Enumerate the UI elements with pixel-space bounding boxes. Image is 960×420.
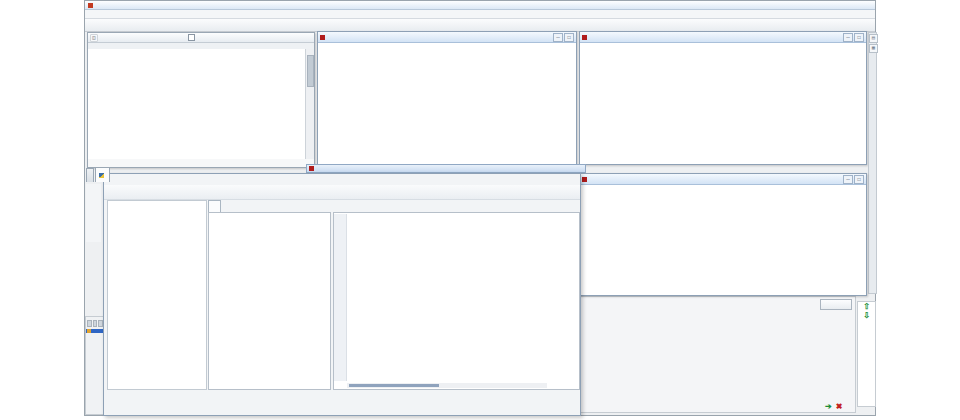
line-numbers xyxy=(334,214,347,381)
tab-pages[interactable] xyxy=(86,168,94,182)
maximize-icon[interactable]: □ xyxy=(564,33,574,42)
minimize-icon[interactable]: ─ xyxy=(843,175,853,184)
task-list xyxy=(208,212,331,390)
bottom-tab-bar xyxy=(85,167,203,182)
gm-chart-window: ─□ xyxy=(579,173,867,296)
app-icon xyxy=(88,3,93,8)
project-tree xyxy=(107,200,207,390)
doc-tab-taskgroup[interactable] xyxy=(208,200,221,212)
maximize-icon[interactable]: □ xyxy=(854,33,864,42)
menu-bar xyxy=(85,10,875,19)
idlin-window-titlebar[interactable]: ─□ xyxy=(318,32,576,43)
minimize-icon[interactable]: ─ xyxy=(843,33,853,42)
screenshot-stage: ◫ ─□ ─□ xyxy=(0,0,960,420)
idlin-chart xyxy=(318,43,576,165)
param-down-icon[interactable]: ⇩ xyxy=(863,312,871,320)
device-navigator-item[interactable] xyxy=(86,329,104,333)
expand-panel-icon[interactable]: ▦ xyxy=(869,44,878,53)
nav-tool-icon[interactable] xyxy=(87,320,92,327)
devices-table xyxy=(88,49,307,159)
code-hscrollbar[interactable] xyxy=(347,383,547,388)
pages-list xyxy=(86,184,101,242)
device-navigator-panel xyxy=(85,316,105,415)
devices-panel: ◫ xyxy=(87,32,315,168)
devices-panel-header: ◫ xyxy=(88,33,314,43)
document-tabs xyxy=(208,200,578,212)
devices-icon: ◫ xyxy=(90,34,98,42)
ids-vbs-window-titlebar[interactable] xyxy=(306,164,586,173)
tab-python-script-editor[interactable] xyxy=(95,167,110,182)
stop-button[interactable] xyxy=(820,299,852,310)
nav-tool-icon[interactable] xyxy=(93,320,98,327)
right-side-strip: ▤ ▦ xyxy=(868,32,877,294)
main-titlebar xyxy=(85,1,875,10)
collapse-panel-icon[interactable]: ▤ xyxy=(869,34,878,43)
editor-workspace xyxy=(208,200,578,388)
device-navigator-toolbar xyxy=(86,319,104,328)
chart-window-icon xyxy=(582,177,587,182)
idlin-chart-window: ─□ xyxy=(317,31,577,165)
param-up-icon[interactable]: ⇧ xyxy=(863,303,871,311)
chart-window-icon xyxy=(320,35,325,40)
idsat-window-titlebar[interactable]: ─□ xyxy=(580,32,866,43)
idsat-chart xyxy=(580,43,866,165)
chart-window-icon xyxy=(582,35,587,40)
chart-window-icon xyxy=(309,166,314,171)
python-script-editor-window xyxy=(103,173,581,416)
idsat-chart-window: ─□ xyxy=(579,31,867,165)
parameter-side-panel: ⇧ ⇩ xyxy=(857,301,876,407)
same-device-checkbox[interactable] xyxy=(188,34,195,41)
minimize-icon[interactable]: ─ xyxy=(553,33,563,42)
gm-window-titlebar[interactable]: ─□ xyxy=(580,174,866,185)
devices-scrollbar[interactable] xyxy=(305,49,314,159)
devices-buttons xyxy=(88,158,315,167)
editor-toolbar xyxy=(104,185,580,200)
maximize-icon[interactable]: □ xyxy=(854,175,864,184)
parameter-panel-actions: ➔ ✖ xyxy=(825,401,855,412)
code-content xyxy=(347,214,575,381)
apply-icon[interactable]: ➔ xyxy=(825,402,832,411)
device-icon xyxy=(87,329,91,333)
code-editor[interactable] xyxy=(333,212,580,390)
gm-chart xyxy=(580,185,866,296)
discard-icon[interactable]: ✖ xyxy=(836,402,843,411)
task-toolbar xyxy=(108,376,236,387)
mbp-main-window: ◫ ─□ ─□ xyxy=(84,0,876,416)
python-icon xyxy=(99,173,104,178)
